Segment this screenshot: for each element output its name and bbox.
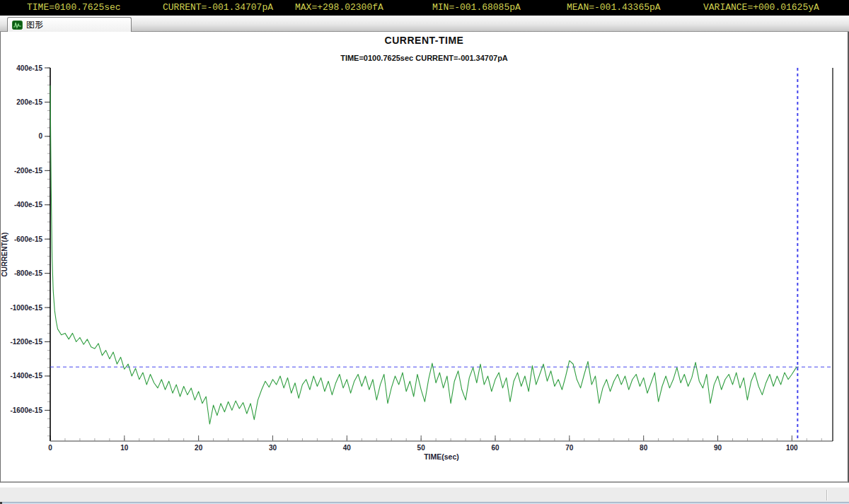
y-tick-label: -1000e-15 (10, 304, 42, 312)
tab-graph[interactable]: 图形 (7, 17, 132, 32)
y-tick-label: -800e-15 (14, 269, 42, 277)
current-time-curve (50, 86, 797, 424)
mean-readout: MEAN=-001.43365pA (567, 2, 661, 13)
y-tick-label: -1200e-15 (10, 338, 42, 346)
y-tick-label: -1600e-15 (10, 406, 42, 414)
measurement-status-bar: TIME=0100.7625sec CURRENT=-001.34707pA M… (0, 0, 849, 16)
x-tick-label: 0 (48, 444, 52, 452)
waveform-icon (12, 20, 23, 30)
min-readout: MIN=-001.68085pA (432, 2, 521, 13)
x-tick-label: 90 (714, 444, 722, 452)
y-tick-label: -600e-15 (14, 235, 42, 243)
application-window: TIME=0100.7625sec CURRENT=-001.34707pA M… (0, 0, 849, 504)
current-readout: CURRENT=-001.34707pA (163, 2, 273, 13)
y-tick-label: 0 (38, 132, 42, 140)
x-tick-label: 50 (417, 444, 426, 452)
y-tick-label: -1400e-15 (10, 372, 42, 380)
x-tick-label: 30 (269, 444, 277, 452)
status-bar-separator (826, 490, 828, 500)
y-tick-label: 400e-15 (16, 64, 42, 72)
x-tick-label: 60 (491, 444, 499, 452)
tab-graph-label: 图形 (26, 19, 43, 31)
x-tick-label: 70 (565, 444, 574, 452)
x-axis-title: TIME(sec) (424, 452, 459, 461)
chart-panel: CURRENT-TIME TIME=0100.7625sec CURRENT=-… (0, 32, 849, 483)
variance-readout: VARIANCE=+000.01625yA (703, 2, 819, 13)
tab-strip: 图形 (0, 16, 849, 32)
x-tick-label: 10 (120, 444, 129, 452)
max-readout: MAX=+298.02300fA (295, 2, 383, 13)
x-tick-label: 40 (343, 444, 352, 452)
y-tick-label: -400e-15 (14, 201, 42, 209)
y-tick-label: -200e-15 (14, 167, 42, 175)
x-tick-label: 80 (640, 444, 648, 452)
chart-plot-area[interactable]: 0102030405060708090100400e-15200e-150-20… (1, 32, 848, 482)
status-bar (0, 487, 849, 502)
x-tick-label: 100 (786, 444, 798, 452)
y-tick-label: 200e-15 (16, 98, 42, 106)
time-readout: TIME=0100.7625sec (27, 2, 121, 13)
y-axis-title: CURRENT(A) (1, 233, 8, 277)
x-tick-label: 20 (195, 444, 203, 452)
